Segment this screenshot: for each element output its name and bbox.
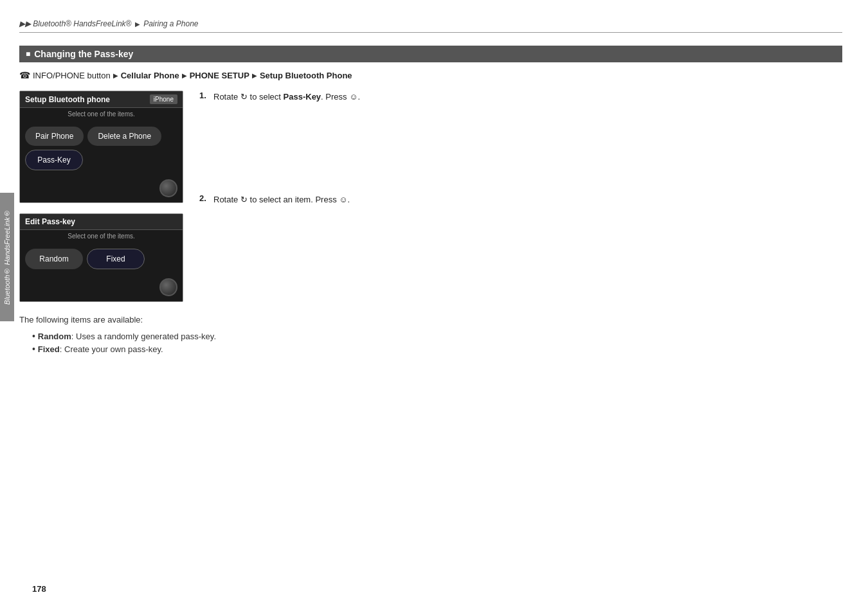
- bullet-random-label: Random: [38, 332, 71, 341]
- step1-text: Rotate ↻ to select Pass-Key. Press ☺.: [213, 91, 360, 103]
- rotate-icon-2: ↻: [240, 195, 248, 204]
- screen1-btn-delete[interactable]: Delete a Phone: [87, 127, 161, 146]
- breadcrumb-part1: Bluetooth® HandsFreeLink®: [33, 19, 131, 28]
- screen2-btn-random[interactable]: Random: [25, 249, 83, 269]
- nav-infophone: INFO/PHONE button: [33, 71, 111, 80]
- bullet-random-text: : Uses a randomly generated pass-key.: [71, 332, 216, 341]
- nav-cellular: Cellular Phone: [121, 71, 179, 80]
- screen2-knob: [159, 278, 177, 296]
- screen1-knob: [159, 179, 177, 197]
- step2-text: Rotate ↻ to select an item. Press ☺.: [213, 193, 350, 206]
- nav-arrow2: ▶: [182, 72, 187, 79]
- page-number: 178: [32, 584, 46, 594]
- section-title: Changing the Pass-key: [34, 49, 133, 59]
- breadcrumb-arrow1: ▶▶: [19, 19, 31, 28]
- steps-column: 1. Rotate ↻ to select Pass-Key. Press ☺.…: [199, 91, 842, 302]
- press-icon-2: ☺: [339, 195, 347, 204]
- press-icon-1: ☺: [349, 92, 357, 102]
- nav-phonesetup: PHONE SETUP: [190, 71, 249, 80]
- screen2-title: Edit Pass-key: [25, 217, 75, 226]
- phone-icon: ☎: [19, 70, 30, 80]
- rotate-icon-1: ↻: [240, 92, 248, 102]
- screen1-btn-pair[interactable]: Pair Phone: [25, 127, 84, 146]
- screen2: Edit Pass-key Select one of the items. R…: [19, 213, 183, 302]
- screen1: Setup Bluetooth phone iPhone Select one …: [19, 91, 183, 203]
- step1-passkey-label: Pass-Key: [284, 92, 321, 102]
- side-tab: Bluetooth® HandsFreeLink®: [0, 193, 14, 321]
- screen1-title: Setup Bluetooth phone: [25, 95, 110, 104]
- breadcrumb-part2: Pairing a Phone: [143, 19, 198, 28]
- nav-arrow3: ▶: [252, 72, 257, 79]
- screen1-btn-passkey[interactable]: Pass-Key: [25, 150, 83, 170]
- bullet-fixed: Fixed: Create your own pass-key.: [32, 344, 842, 354]
- nav-setup-bt: Setup Bluetooth Phone: [260, 71, 352, 80]
- content-row: Setup Bluetooth phone iPhone Select one …: [19, 91, 842, 302]
- screen2-knob-area: [20, 276, 183, 301]
- screen1-buttons: Pair Phone Delete a Phone Pass-Key: [20, 120, 183, 177]
- step1-number: 1.: [199, 91, 210, 103]
- bullet-random: Random: Uses a randomly generated pass-k…: [32, 331, 842, 341]
- screens-column: Setup Bluetooth phone iPhone Select one …: [19, 91, 186, 302]
- nav-path: ☎ INFO/PHONE button ▶ Cellular Phone ▶ P…: [19, 70, 842, 80]
- screen1-badge: iPhone: [150, 94, 177, 104]
- bullet-list: Random: Uses a randomly generated pass-k…: [32, 331, 842, 354]
- screen2-btn-fixed[interactable]: Fixed: [87, 249, 145, 269]
- bullet-fixed-label: Fixed: [38, 344, 60, 354]
- main-content: ▶▶ Bluetooth® HandsFreeLink® ▶ Pairing a…: [19, 0, 842, 354]
- bullet-fixed-text: : Create your own pass-key.: [60, 344, 163, 354]
- screen2-header: Edit Pass-key: [20, 214, 183, 230]
- bottom-intro: The following items are available:: [19, 315, 842, 324]
- breadcrumb: ▶▶ Bluetooth® HandsFreeLink® ▶ Pairing a…: [19, 19, 842, 33]
- nav-arrow1: ▶: [113, 72, 118, 79]
- screen1-subtitle: Select one of the items.: [20, 108, 183, 120]
- section-header: Changing the Pass-key: [19, 46, 842, 62]
- side-tab-label: Bluetooth® HandsFreeLink®: [3, 209, 11, 305]
- screen1-knob-area: [20, 177, 183, 202]
- screen1-header: Setup Bluetooth phone iPhone: [20, 91, 183, 108]
- breadcrumb-arrow2: ▶: [135, 21, 140, 28]
- step1: 1. Rotate ↻ to select Pass-Key. Press ☺.: [199, 91, 842, 103]
- step2-number: 2.: [199, 193, 210, 206]
- screen2-subtitle: Select one of the items.: [20, 230, 183, 242]
- screen2-buttons: Random Fixed: [20, 242, 183, 276]
- step2: 2. Rotate ↻ to select an item. Press ☺.: [199, 193, 842, 206]
